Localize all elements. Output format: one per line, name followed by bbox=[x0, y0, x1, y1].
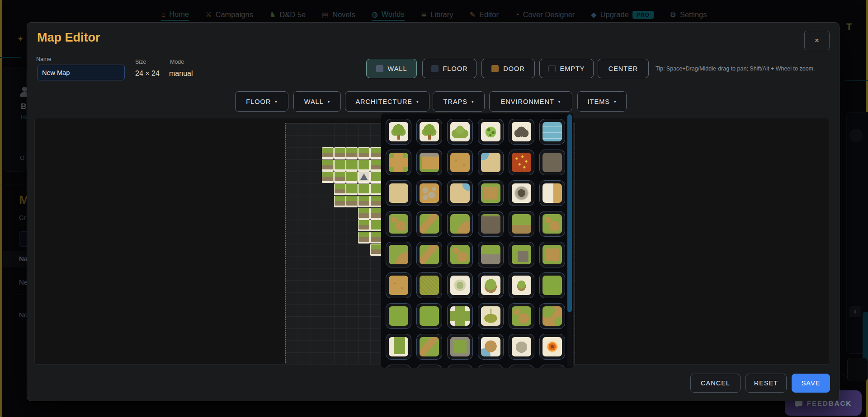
palette-scrollbar[interactable] bbox=[567, 114, 572, 367]
tile-art-grass-dirt-path bbox=[389, 153, 408, 172]
palette-tile-grass-flat[interactable] bbox=[386, 303, 411, 329]
palette-tile-sand-water[interactable] bbox=[478, 150, 504, 175]
palette-tile-tree-round[interactable] bbox=[416, 119, 442, 145]
palette-tile-grass-dirt-cross[interactable] bbox=[416, 242, 442, 267]
palette-tile-sand-plain[interactable] bbox=[386, 180, 411, 206]
reset-button[interactable]: RESET bbox=[745, 374, 787, 393]
palette-tile-dirt-water-mound[interactable] bbox=[478, 334, 504, 360]
palette-tile-grass-dirt-bottom[interactable] bbox=[509, 211, 534, 237]
map-tile-edge bbox=[346, 196, 358, 207]
tile-art-sand-plain bbox=[389, 183, 408, 203]
category-dropdown-floor[interactable]: FLOOR▾ bbox=[235, 91, 288, 112]
palette-tile-grass-patchy[interactable] bbox=[416, 334, 442, 360]
tile-type-button-floor[interactable]: FLOOR bbox=[422, 59, 476, 78]
palette-tile-grass-puff[interactable] bbox=[447, 272, 473, 298]
close-button[interactable]: × bbox=[804, 31, 830, 50]
palette-tile-dirt-mound[interactable] bbox=[509, 365, 534, 368]
map-tile-edge bbox=[370, 208, 382, 220]
palette-tile-grass-stone-bottom[interactable] bbox=[478, 242, 504, 267]
palette-tile-grass-flat[interactable] bbox=[539, 272, 565, 298]
tile-art-lava bbox=[512, 153, 531, 172]
tile-type-button-empty[interactable]: EMPTY bbox=[539, 59, 594, 78]
palette-tile-shrub[interactable] bbox=[447, 119, 473, 145]
palette-tile-tree-oak[interactable] bbox=[386, 119, 411, 145]
save-button[interactable]: SAVE bbox=[792, 374, 830, 393]
category-dropdown-architecture[interactable]: ARCHITECTURE▾ bbox=[345, 91, 429, 112]
palette-tile-grass-mound-small[interactable] bbox=[509, 272, 534, 298]
category-label: FLOOR bbox=[246, 98, 271, 105]
tile-art-grass-dirt-mix bbox=[512, 306, 531, 326]
map-tile-edge bbox=[370, 244, 382, 256]
palette-tile-fire-ring[interactable] bbox=[539, 334, 565, 360]
tile-type-label: WALL bbox=[388, 65, 407, 72]
tile-type-button-door[interactable]: DOOR bbox=[481, 59, 535, 78]
palette-tile-grass-dirt-right[interactable] bbox=[386, 242, 411, 267]
tile-art-dirt-rocks bbox=[420, 183, 439, 203]
palette-tile-grass-dirt-pit[interactable] bbox=[539, 242, 565, 267]
palette-tile-dirt-plain[interactable] bbox=[447, 150, 473, 175]
category-dropdown-environment[interactable]: ENVIRONMENT▾ bbox=[489, 91, 572, 112]
palette-tile-dirt-rocks[interactable] bbox=[416, 180, 442, 206]
palette-tile-mud-dark[interactable] bbox=[478, 211, 504, 237]
tile-art-dirt-grass-mix bbox=[542, 306, 562, 326]
palette-tile-water[interactable] bbox=[539, 119, 565, 145]
tile-type-button-center[interactable]: CENTER bbox=[598, 59, 649, 78]
tile-type-swatch bbox=[376, 65, 383, 72]
palette-tile-grass-dirt-trail[interactable] bbox=[416, 211, 442, 237]
mode-field-value: manual bbox=[169, 70, 193, 78]
palette-tile-sand-water-corner[interactable] bbox=[447, 180, 473, 206]
map-tile-edge bbox=[322, 171, 334, 183]
category-dropdown-traps[interactable]: TRAPS▾ bbox=[433, 91, 485, 112]
category-dropdown-items[interactable]: ITEMS▾ bbox=[577, 91, 627, 112]
tile-art-tree-oak bbox=[389, 122, 408, 141]
modal-title: Map Editor bbox=[37, 31, 100, 45]
palette-tile-sand-plain[interactable] bbox=[447, 365, 473, 368]
palette-tile-stone-frame[interactable] bbox=[447, 334, 473, 360]
palette-tile-grass-dirt-mix[interactable] bbox=[447, 242, 473, 267]
palette-tile-grass-stone-patch[interactable] bbox=[509, 242, 534, 267]
palette-tile-grass-dirt-center[interactable] bbox=[478, 180, 504, 206]
palette-tile-dirt-edge[interactable] bbox=[386, 272, 411, 298]
category-dropdown-wall[interactable]: WALL▾ bbox=[293, 91, 341, 112]
palette-tile-grass-dirt-mix[interactable] bbox=[509, 303, 534, 329]
palette-tile-tall-grass[interactable] bbox=[478, 303, 504, 329]
palette-tile-grass-texture[interactable] bbox=[416, 272, 442, 298]
palette-tile-grass-cross[interactable] bbox=[447, 303, 473, 329]
palette-tile-grass-dirt-hole[interactable] bbox=[539, 211, 565, 237]
palette-scrollbar-thumb[interactable] bbox=[567, 114, 572, 312]
palette-tile-sand-cliff[interactable] bbox=[539, 180, 565, 206]
palette-tile-grass-flat[interactable] bbox=[416, 303, 442, 329]
tile-art-grass-flat bbox=[389, 306, 408, 326]
chevron-down-icon: ▾ bbox=[416, 99, 419, 104]
palette-tile-smoke-dark[interactable] bbox=[509, 180, 534, 206]
map-tile-green bbox=[370, 220, 382, 231]
palette-tile-sand-plain[interactable] bbox=[478, 365, 504, 368]
palette-tile-dirt-grass-patch[interactable] bbox=[386, 211, 411, 237]
tile-art-grass-dirt-trail bbox=[420, 214, 439, 234]
palette-tile-grass-strip[interactable] bbox=[386, 334, 411, 360]
cancel-button[interactable]: CANCEL bbox=[690, 374, 741, 393]
size-field-label: Size bbox=[135, 59, 146, 65]
palette-tile-grass-dirt-path[interactable] bbox=[386, 150, 411, 175]
map-tile-green bbox=[334, 159, 346, 171]
palette-tile-tree-dead[interactable] bbox=[509, 119, 534, 145]
palette-tile-lava[interactable] bbox=[509, 150, 534, 175]
palette-tile-dirt-walled[interactable] bbox=[416, 150, 442, 175]
palette-tile-grass-mound[interactable] bbox=[478, 272, 504, 298]
tile-type-button-wall[interactable]: WALL bbox=[366, 59, 417, 78]
palette-tile-sand-plain[interactable] bbox=[386, 365, 411, 368]
palette-tile-dirt-grass-mix[interactable] bbox=[539, 303, 565, 329]
map-name-input[interactable] bbox=[37, 65, 125, 80]
tile-art-grass-dirt-cross bbox=[420, 245, 439, 264]
palette-tile-boulder[interactable] bbox=[509, 334, 534, 360]
palette-tile-bush-dotted[interactable] bbox=[478, 119, 504, 145]
palette-tile-dirt-dark[interactable] bbox=[539, 150, 565, 175]
palette-tile-dirt-mound[interactable] bbox=[539, 365, 565, 368]
map-editor-modal: Map Editor × Name Size 24 × 24 Mode manu… bbox=[27, 22, 840, 401]
chevron-down-icon: ▾ bbox=[558, 99, 561, 104]
palette-tile-sand-plain[interactable] bbox=[416, 365, 442, 368]
tile-art-grass-dirt-center bbox=[481, 183, 500, 203]
tile-art-tall-grass bbox=[481, 306, 500, 326]
palette-tile-grass-dirt-corner[interactable] bbox=[447, 211, 473, 237]
tile-art-grass-stone-bottom bbox=[481, 245, 500, 264]
